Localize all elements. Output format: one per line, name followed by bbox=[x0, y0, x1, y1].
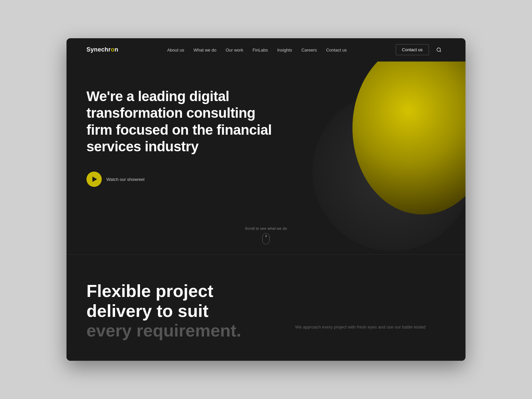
section-two: Flexible project delivery to suit every … bbox=[66, 254, 466, 361]
contact-button[interactable]: Contact us bbox=[396, 44, 429, 55]
svg-line-1 bbox=[440, 51, 441, 52]
section-title-line2: every requirement. bbox=[86, 321, 259, 341]
nav-link-insights[interactable]: Insights bbox=[277, 48, 292, 53]
navbar: Synechron About us What we do Our work F… bbox=[66, 38, 466, 62]
showreel-button[interactable]: Watch our showreel bbox=[86, 172, 273, 187]
nav-item-finlabs[interactable]: FinLabs bbox=[252, 47, 268, 53]
nav-link-our-work[interactable]: Our work bbox=[226, 48, 243, 53]
nav-item-our-work[interactable]: Our work bbox=[226, 47, 243, 53]
nav-links: About us What we do Our work FinLabs Ins… bbox=[167, 47, 347, 53]
scroll-indicator: Scroll to see what we do bbox=[245, 226, 287, 244]
nav-link-finlabs[interactable]: FinLabs bbox=[252, 48, 268, 53]
mouse-dot bbox=[266, 235, 267, 237]
search-icon bbox=[436, 47, 442, 53]
nav-link-contact[interactable]: Contact us bbox=[326, 48, 347, 53]
mouse-icon bbox=[262, 233, 270, 244]
nav-item-contact[interactable]: Contact us bbox=[326, 47, 347, 53]
section-two-description: We approach every project with fresh eye… bbox=[295, 324, 426, 331]
nav-link-about[interactable]: About us bbox=[167, 48, 184, 53]
hero-title: We're a leading digital transformation c… bbox=[86, 88, 273, 155]
decorative-orbs bbox=[293, 62, 466, 254]
nav-link-what-we-do[interactable]: What we do bbox=[194, 48, 216, 53]
play-icon bbox=[92, 177, 97, 182]
orb-dark bbox=[313, 91, 466, 251]
nav-link-careers[interactable]: Careers bbox=[301, 48, 317, 53]
section-title-line1: Flexible project delivery to suit bbox=[86, 281, 259, 321]
section-two-description-wrapper: We approach every project with fresh eye… bbox=[295, 324, 426, 331]
logo-highlight: o bbox=[111, 46, 114, 53]
scroll-text: Scroll to see what we do bbox=[245, 226, 287, 230]
browser-window: Synechron About us What we do Our work F… bbox=[66, 38, 466, 361]
play-circle bbox=[86, 172, 102, 187]
showreel-label: Watch our showreel bbox=[106, 177, 144, 182]
hero-content: We're a leading digital transformation c… bbox=[86, 88, 273, 187]
orb-yellow bbox=[352, 62, 466, 214]
section-two-inner: Flexible project delivery to suit every … bbox=[86, 281, 446, 341]
logo[interactable]: Synechron bbox=[86, 46, 118, 53]
nav-actions: Contact us bbox=[396, 44, 446, 55]
search-button[interactable] bbox=[432, 45, 446, 55]
nav-item-careers[interactable]: Careers bbox=[301, 47, 317, 53]
svg-point-0 bbox=[437, 48, 441, 52]
nav-item-what-we-do[interactable]: What we do bbox=[194, 47, 216, 53]
nav-item-about[interactable]: About us bbox=[167, 47, 184, 53]
hero-section: We're a leading digital transformation c… bbox=[66, 62, 466, 254]
nav-item-insights[interactable]: Insights bbox=[277, 47, 292, 53]
section-two-title: Flexible project delivery to suit every … bbox=[86, 281, 259, 341]
